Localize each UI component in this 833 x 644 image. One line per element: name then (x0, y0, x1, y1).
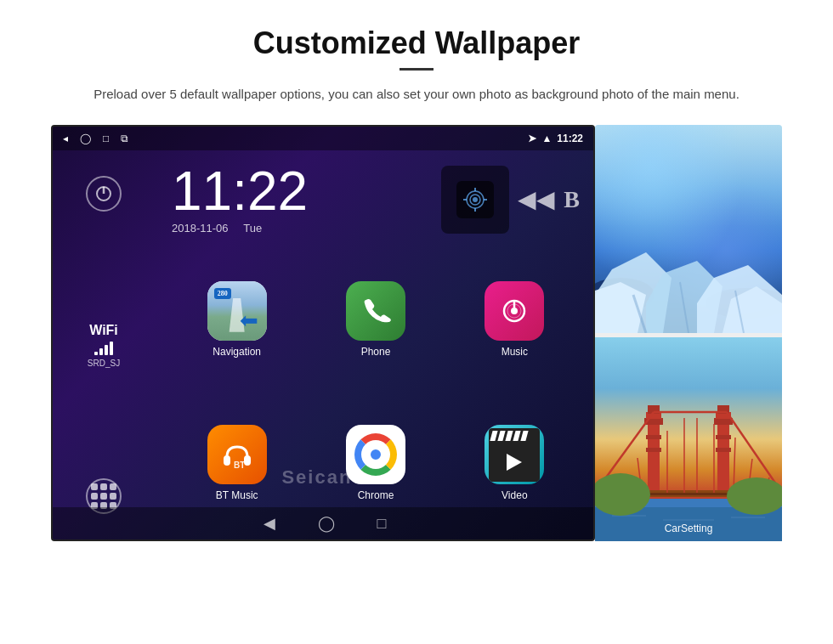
wifi-ssid: SRD_SJ (88, 359, 120, 368)
clock-icons: ◀◀ B (441, 166, 580, 234)
phone-svg (360, 295, 392, 327)
clapper-top (489, 428, 540, 443)
panel-bridge-bg (595, 337, 782, 541)
panel-bottom-wallpaper[interactable]: CarSetting (595, 337, 782, 541)
page-wrapper: Customized Wallpaper Preload over 5 defa… (0, 0, 833, 558)
wifi-bars (88, 342, 120, 355)
music-icon (484, 281, 544, 341)
svg-rect-57 (716, 448, 731, 452)
chrome-label: Chrome (358, 489, 394, 501)
back-nav-button[interactable]: ◀ (264, 514, 275, 533)
signal-icon: ▲ (541, 133, 552, 144)
navigation-icon: 280 ⬅ (207, 281, 267, 341)
page-subtitle: Preload over 5 default wallpaper options… (85, 84, 748, 105)
svg-rect-56 (716, 435, 731, 439)
bt-music-label: BT Music (216, 489, 258, 501)
clock-area: 11:22 2018-11-06 Tue (155, 150, 595, 243)
wifi-bar-4 (110, 342, 113, 355)
recents-nav-button[interactable]: □ (377, 515, 387, 533)
headphone-bt-svg: BT (219, 437, 255, 472)
nav-badge: 280 (214, 288, 231, 299)
radio-icon (456, 181, 494, 218)
app-phone[interactable]: Phone (310, 251, 440, 387)
back-arrow-icon[interactable]: ◂ (63, 133, 68, 145)
svg-rect-39 (714, 418, 733, 425)
android-screen: ◂ ◯ □ ⧉ ➤ ▲ 11:22 (51, 125, 595, 541)
bluetooth-icon[interactable]: B (564, 186, 580, 213)
wifi-label: WiFi (88, 323, 120, 338)
prev-track-icon[interactable]: ◀◀ (518, 185, 555, 213)
title-divider (400, 68, 434, 71)
status-bar: ◂ ◯ □ ⧉ ➤ ▲ 11:22 (53, 127, 593, 150)
right-panels: CarSetting (595, 125, 782, 541)
media-widget[interactable] (441, 166, 509, 234)
video-icon (484, 425, 544, 484)
power-icon (95, 185, 112, 202)
location-icon: ➤ (528, 133, 536, 144)
screenshot-icon[interactable]: ⧉ (121, 133, 128, 145)
home-nav-button[interactable]: ◯ (318, 514, 335, 533)
app-music[interactable]: Music (450, 251, 580, 387)
clock-date: 2018-11-06 Tue (172, 222, 424, 234)
power-button[interactable] (86, 176, 122, 212)
panel-top-wallpaper[interactable] (595, 125, 782, 333)
clock-time: 11:22 (172, 164, 424, 218)
panel-glacier-bg (595, 125, 782, 333)
left-sidebar: WiFi SRD_SJ (53, 150, 155, 539)
page-title: Customized Wallpaper (51, 25, 782, 61)
status-bar-right: ➤ ▲ 11:22 (528, 133, 583, 144)
music-svg (497, 294, 531, 328)
phone-icon (346, 281, 405, 341)
wifi-bar-2 (99, 348, 103, 355)
carsetting-label: CarSetting (595, 523, 782, 534)
phone-label: Phone (361, 346, 391, 358)
play-triangle-icon (507, 454, 522, 471)
home-circle-icon[interactable]: ◯ (80, 133, 91, 145)
bottom-navigation-bar: ◀ ◯ □ (53, 507, 595, 539)
apps-grid-icon (91, 483, 116, 509)
screen-outer: ◂ ◯ □ ⧉ ➤ ▲ 11:22 (51, 125, 782, 541)
svg-rect-55 (646, 448, 661, 452)
status-time: 11:22 (557, 133, 583, 144)
svg-point-11 (511, 308, 518, 314)
status-bar-left: ◂ ◯ □ ⧉ (63, 133, 128, 145)
music-label: Music (502, 346, 528, 358)
recents-square-icon[interactable]: □ (103, 133, 109, 145)
app-grid: 280 ⬅ Navigation Phone (155, 243, 595, 539)
svg-rect-14 (224, 455, 230, 466)
wifi-bar-3 (105, 345, 108, 355)
app-navigation[interactable]: 280 ⬅ Navigation (172, 251, 302, 387)
svg-rect-34 (648, 422, 660, 490)
svg-rect-38 (717, 422, 729, 490)
svg-text:BT: BT (234, 460, 245, 470)
clock-block: 11:22 2018-11-06 Tue (172, 164, 424, 234)
wifi-bar-1 (94, 352, 98, 355)
nav-arrow-icon: ⬅ (240, 308, 258, 334)
svg-point-5 (473, 197, 478, 202)
bridge-svg (595, 337, 782, 541)
clapper-bottom (489, 443, 540, 482)
svg-rect-54 (646, 435, 661, 439)
video-label: Video (502, 489, 527, 501)
bt-music-icon: BT (207, 425, 267, 484)
main-area: 11:22 2018-11-06 Tue (155, 150, 595, 539)
wifi-info: WiFi SRD_SJ (88, 323, 120, 368)
watermark: Seicane (281, 466, 364, 489)
navigation-label: Navigation (212, 346, 261, 358)
